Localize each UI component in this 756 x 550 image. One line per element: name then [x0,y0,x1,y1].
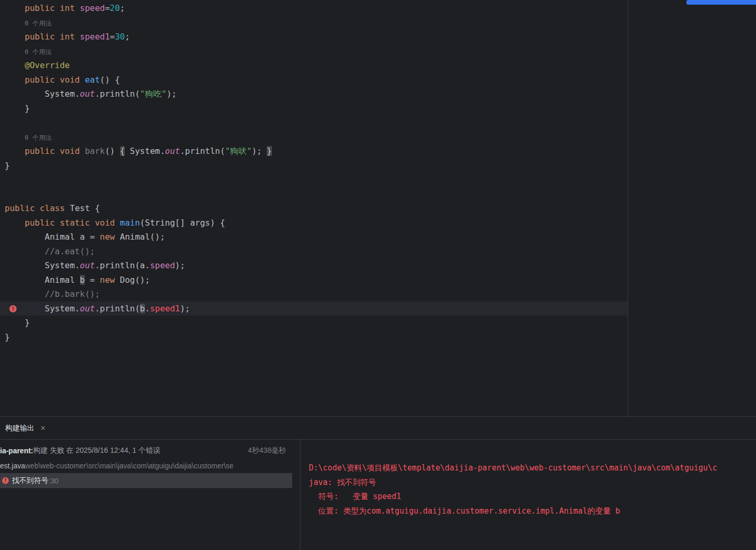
code-token: 20 [110,3,120,13]
code-token [5,289,45,299]
code-token: .println( [180,146,225,156]
code-line[interactable]: public void eat() { [0,73,628,87]
code-token: public [5,203,35,213]
console-error-line: D:\code\资料\项目模板\template\daijia-parent\w… [309,461,756,476]
code-token [55,3,60,13]
code-line[interactable] [0,115,628,130]
code-token [5,60,25,70]
code-line[interactable]: Animal a = new Animal(); [0,230,628,244]
code-line[interactable]: } [0,316,628,330]
code-line[interactable]: public int speed1=30; [0,30,628,44]
code-line[interactable]: @Override [0,58,628,73]
code-line[interactable]: public static void main(String[] args) { [0,216,628,230]
code-token: out [80,260,95,270]
code-token: //b.bark(); [45,289,100,299]
code-token: System. [5,89,80,99]
code-token [55,146,60,156]
code-token: System. [5,260,80,270]
code-token: ); [166,89,176,99]
code-token: ); [252,146,267,156]
code-token: Test { [65,203,100,213]
code-token: } [5,332,10,342]
code-line[interactable]: //a.eat(); [0,244,628,259]
console-error-line: 位置: 类型为com.atguigu.daijia.customer.servi… [309,504,756,519]
code-editor[interactable]: public int speed=20; 0 个用法 public int sp… [0,0,756,416]
code-line[interactable]: public void bark() { System.out.println(… [0,144,628,159]
code-line[interactable]: } [0,330,628,345]
code-lines: public int speed=20; 0 个用法 public int sp… [0,1,628,344]
code-token: System. [125,146,165,156]
code-token: static [60,218,90,228]
code-token: = [110,32,115,42]
code-line[interactable]: System.out.println(a.speed); [0,258,628,273]
code-token: public [25,75,55,85]
code-token [115,218,120,228]
code-token: () [105,146,120,156]
code-token: . [145,304,150,313]
code-token: b [140,304,145,313]
code-token [75,32,80,42]
code-token: .println(a. [95,260,150,270]
code-line[interactable]: } [0,101,628,116]
build-tree: ia-parent: 构建 失败 在 2025/8/16 12:44, 1 个错… [0,440,301,550]
code-line[interactable]: public class Test { [0,201,628,216]
editor-margin-guide [628,0,628,416]
code-token: } [267,146,272,156]
inlay-indent [5,18,25,28]
code-token: = [105,3,110,13]
error-gutter-icon[interactable]: ! [9,305,17,312]
inlay-indent [5,46,25,56]
build-console[interactable]: D:\code\资料\项目模板\template\daijia-parent\w… [301,440,756,550]
inlay-hint-line[interactable]: 0 个用法 [0,16,628,30]
code-token: } [5,318,30,328]
code-token: } [5,103,30,113]
close-icon[interactable]: × [41,424,45,433]
code-line[interactable]: public int speed=20; [0,1,628,16]
build-error-line-ref: :30 [48,477,58,485]
code-token [55,32,60,42]
build-file-row[interactable]: est.java web\web-customer\src\main\java\… [0,458,300,473]
usages-inlay-hint[interactable]: 0 个用法 [25,48,52,56]
code-token: eat [85,75,100,85]
tab-build-output[interactable]: 构建输出 × [2,424,48,433]
code-token: out [80,304,95,313]
build-panel-body: ia-parent: 构建 失败 在 2025/8/16 12:44, 1 个错… [0,440,756,550]
inlay-hint-line[interactable]: 0 个用法 [0,130,628,145]
code-token: public [25,32,55,42]
tab-build-output-label: 构建输出 [5,424,34,433]
console-lines: D:\code\资料\项目模板\template\daijia-parent\w… [309,461,756,518]
build-file-path: web\web-customer\src\main\java\com\atgui… [25,462,233,470]
inlay-hint-line[interactable]: 0 个用法 [0,44,628,59]
code-token: speed1 [80,32,110,42]
code-token: ); [175,260,185,270]
code-token: bark [85,146,105,156]
cut-off-blue-button[interactable] [686,0,756,5]
console-error-line: java: 找不到符号 [309,476,756,490]
code-token: .println( [95,89,140,99]
code-token [90,218,95,228]
build-error-label: 找不到符号 [12,476,48,486]
code-token: main [120,218,140,228]
build-file-name: est.java [0,462,25,470]
code-line[interactable]: ! System.out.println(b.speed1); [0,302,628,316]
code-token: out [165,146,180,156]
code-token: speed1 [150,304,180,313]
usages-inlay-hint[interactable]: 0 个用法 [25,134,52,141]
code-line[interactable]: Animal b = new Dog(); [0,273,628,287]
code-token: class [40,203,64,213]
code-line[interactable] [0,173,628,187]
code-line[interactable]: } [0,159,628,173]
console-error-line: 符号: 变量 speed1 [309,490,756,504]
code-token: } [5,161,10,171]
code-line[interactable]: System.out.println("狗吃"); [0,87,628,101]
code-line[interactable]: //b.bark(); [0,287,628,302]
build-root-row[interactable]: ia-parent: 构建 失败 在 2025/8/16 12:44, 1 个错… [0,443,300,458]
code-token: void [60,75,80,85]
code-line[interactable] [0,187,628,202]
build-error-row[interactable]: ! 找不到符号 :30 [0,473,292,488]
code-token: int [60,32,75,42]
code-token: public [25,3,55,13]
code-token: speed [150,260,175,270]
usages-inlay-hint[interactable]: 0 个用法 [25,20,52,27]
code-token [5,218,25,228]
